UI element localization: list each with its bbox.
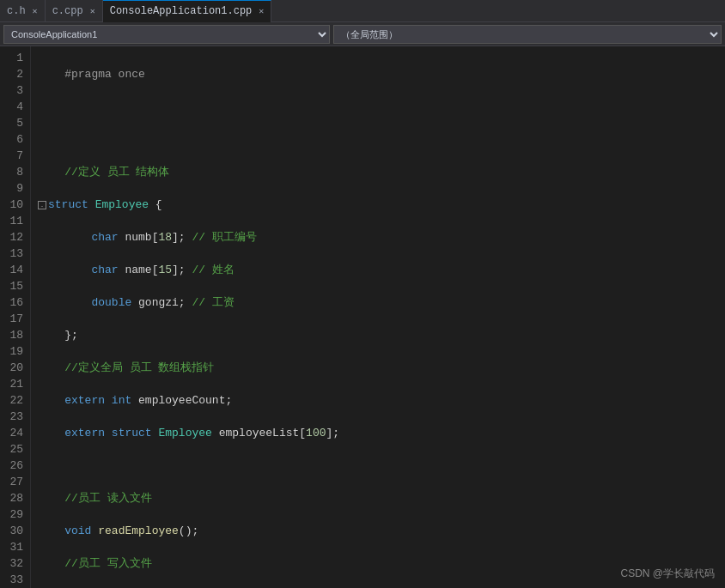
tab-ccpp-label: c.cpp	[52, 5, 83, 17]
scope-selector[interactable]: （全局范围）	[333, 25, 722, 44]
ide-window: c.h ✕ c.cpp ✕ ConsoleApplication1.cpp ✕ …	[0, 0, 725, 588]
code-line-12: extern struct Employee employeeList[100]…	[38, 425, 725, 441]
tab-ch[interactable]: c.h ✕	[0, 0, 46, 22]
code-line-11: extern int employeeCount;	[38, 392, 725, 409]
code-line-9: };	[38, 327, 725, 343]
code-line-6: char numb[18]; // 职工编号	[38, 229, 725, 246]
tab-main-label: ConsoleApplication1.cpp	[110, 5, 253, 17]
code-line-15: void readEmployee();	[38, 523, 725, 539]
code-area: 1 2 3 4 5 6 7 8 9 10 11 12 13 14 15 16 1…	[0, 46, 725, 588]
close-ccpp-button[interactable]: ✕	[90, 6, 95, 16]
tab-main[interactable]: ConsoleApplication1.cpp ✕	[103, 0, 272, 22]
tab-bar: c.h ✕ c.cpp ✕ ConsoleApplication1.cpp ✕	[0, 0, 725, 22]
code-line-14: //员工 读入文件	[38, 490, 725, 506]
code-line-2	[38, 99, 725, 115]
code-line-4: //定义 员工 结构体	[38, 164, 725, 180]
code-line-5: -struct Employee {	[38, 197, 725, 213]
collapse-struct[interactable]: -	[38, 201, 46, 209]
close-ch-button[interactable]: ✕	[33, 6, 38, 16]
tab-ccpp[interactable]: c.cpp ✕	[46, 0, 103, 22]
code-editor[interactable]: #pragma once //定义 员工 结构体 -struct Employe…	[31, 46, 725, 588]
tab-ch-label: c.h	[7, 5, 26, 17]
code-line-10: //定义全局 员工 数组栈指针	[38, 360, 725, 376]
code-line-8: double gongzi; // 工资	[38, 294, 725, 311]
code-line-1: #pragma once	[38, 66, 725, 82]
code-line-13	[38, 458, 725, 474]
toolbar: ConsoleApplication1 （全局范围）	[0, 22, 725, 46]
project-selector[interactable]: ConsoleApplication1	[3, 25, 330, 44]
code-line-3	[38, 131, 725, 148]
close-main-button[interactable]: ✕	[259, 6, 264, 16]
code-line-7: char name[15]; // 姓名	[38, 262, 725, 278]
watermark: CSDN @学长敲代码	[620, 567, 715, 581]
line-numbers: 1 2 3 4 5 6 7 8 9 10 11 12 13 14 15 16 1…	[0, 46, 31, 588]
